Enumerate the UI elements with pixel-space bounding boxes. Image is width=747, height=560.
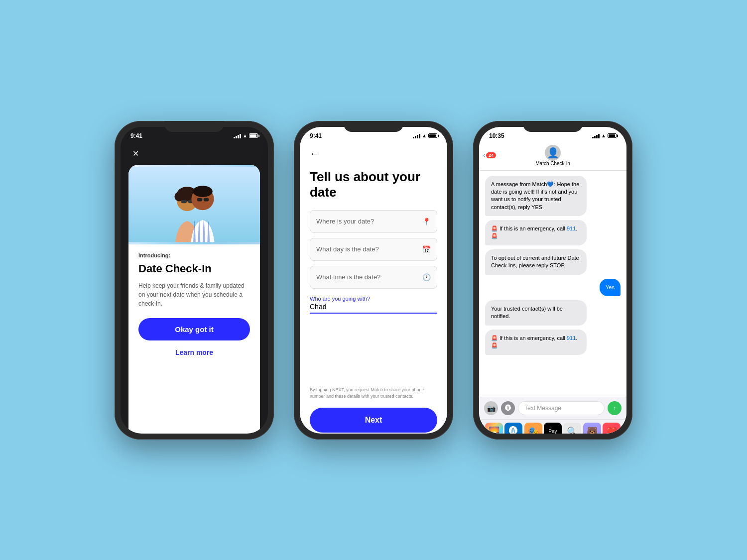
svg-point-10 <box>193 186 213 197</box>
text-message-input[interactable]: Text Message <box>518 401 605 415</box>
memoji-drawer-icon[interactable]: 🎭 <box>524 423 542 434</box>
contact-name: Match Check-in <box>535 161 570 166</box>
svg-rect-6 <box>181 200 187 203</box>
app-drawer: 🌄 🅐 🎭 Pay 🔍 🐻 ❤️ <box>479 419 626 434</box>
app-button[interactable]: 🅐 <box>501 401 515 415</box>
message-4: Yes <box>600 279 621 296</box>
bear-drawer-icon[interactable]: 🐻 <box>583 423 601 434</box>
message-1-text: A message from Match💙: Hope the date is … <box>491 181 579 210</box>
svg-point-3 <box>174 192 184 201</box>
contact-info[interactable]: 👤 Match Check-in <box>535 145 570 166</box>
camera-button[interactable]: 📷 <box>484 401 498 415</box>
card-description: Help keep your friends & family updated … <box>138 281 250 308</box>
search-drawer-icon[interactable]: 🔍 <box>563 423 581 434</box>
calendar-icon: 📅 <box>422 245 431 253</box>
time-field[interactable]: What time is the date? 🕐 <box>310 266 437 289</box>
unread-badge: 24 <box>486 152 496 158</box>
svg-rect-12 <box>204 198 209 201</box>
with-field-label: Who are you going with? <box>310 296 370 302</box>
location-placeholder: Where is your date? <box>316 218 374 225</box>
send-button[interactable]: ↑ <box>608 401 622 415</box>
time-1: 9:41 <box>130 132 142 139</box>
svg-point-5 <box>183 188 191 195</box>
signal-icon-2 <box>413 133 420 138</box>
clock-icon: 🕐 <box>422 273 431 281</box>
okay-got-it-button[interactable]: Okay got it <box>138 318 250 340</box>
phone3-content: ‹ 24 👤 Match Check-in A message from Mat… <box>479 142 626 434</box>
battery-icon-2 <box>428 133 437 138</box>
card-body: Introducing: Date Check-In Help keep you… <box>128 244 260 368</box>
time-placeholder: What time is the date? <box>316 273 380 281</box>
time-2: 9:41 <box>310 132 322 139</box>
with-field-value: Chad <box>310 303 326 311</box>
form-title: Tell us about your date <box>310 169 437 200</box>
message-3: To opt out of current and future Date Ch… <box>485 249 587 275</box>
message-5: Your trusted contact(s) will be notified… <box>485 300 587 326</box>
svg-rect-11 <box>197 198 202 201</box>
text-message-placeholder: Text Message <box>524 405 561 412</box>
wifi-icon-2: ▲ <box>422 133 427 138</box>
status-icons-2: ▲ <box>413 133 437 138</box>
back-button[interactable]: ← <box>310 147 325 161</box>
wifi-icon-3: ▲ <box>601 133 606 138</box>
phone-1: 9:41 ▲ ✕ <box>115 121 274 440</box>
with-field[interactable]: Who are you going with? Chad <box>310 294 437 314</box>
message-5-text: Your trusted contact(s) will be notified… <box>491 306 563 319</box>
status-icons-1: ▲ <box>234 133 258 138</box>
signal-icon-1 <box>234 133 241 138</box>
heart-drawer-icon[interactable]: ❤️ <box>603 423 621 434</box>
battery-icon-1 <box>249 133 258 138</box>
day-field[interactable]: What day is the date? 📅 <box>310 238 437 261</box>
messages-area: A message from Match💙: Hope the date is … <box>479 171 626 397</box>
notch-2 <box>344 121 403 132</box>
learn-more-link[interactable]: Learn more <box>138 344 250 360</box>
card-title: Date Check-In <box>138 262 250 275</box>
applepay-drawer-icon[interactable]: Pay <box>544 423 562 434</box>
chevron-left-icon: ‹ <box>483 152 485 159</box>
signal-icon-3 <box>592 133 600 138</box>
imessage-back-button[interactable]: ‹ 24 <box>483 152 496 159</box>
message-4-text: Yes <box>606 284 615 290</box>
next-button[interactable]: Next <box>310 408 437 433</box>
phone2-content: ← Tell us about your date Where is your … <box>300 142 447 434</box>
location-icon: 📍 <box>422 218 431 225</box>
imessage-header: ‹ 24 👤 Match Check-in <box>479 142 626 171</box>
phone-2: 9:41 ▲ ← Tell us about your date Whe <box>294 121 453 440</box>
message-2: 🚨 If this is an emergency, call 911. 🚨 <box>485 220 587 245</box>
battery-icon-3 <box>608 133 617 138</box>
phone-3: 10:35 ▲ ‹ 24 <box>473 121 632 440</box>
card-image <box>128 165 260 244</box>
close-button[interactable]: ✕ <box>128 147 142 161</box>
status-icons-3: ▲ <box>592 133 617 138</box>
imessage-input-bar: 📷 🅐 Text Message ↑ <box>479 397 626 419</box>
photos-drawer-icon[interactable]: 🌄 <box>485 423 503 434</box>
phone1-content: ✕ <box>121 142 268 434</box>
intro-label: Introducing: <box>138 252 250 258</box>
day-placeholder: What day is the date? <box>316 245 379 253</box>
time-3: 10:35 <box>489 132 504 139</box>
intro-card: Introducing: Date Check-In Help keep you… <box>128 165 260 434</box>
appstore-drawer-icon[interactable]: 🅐 <box>504 423 522 434</box>
message-1: A message from Match💙: Hope the date is … <box>485 176 587 217</box>
wifi-icon-1: ▲ <box>243 133 248 138</box>
notch-1 <box>164 121 224 132</box>
avatar-icon: 👤 <box>547 147 559 159</box>
location-field[interactable]: Where is your date? 📍 <box>310 210 437 233</box>
form-disclaimer: By tapping NEXT, you request Match to sh… <box>310 387 437 403</box>
message-3-text: To opt out of current and future Date Ch… <box>491 255 579 268</box>
notch-3 <box>523 121 583 132</box>
message-6: 🚨 If this is an emergency, call 911. 🚨 <box>485 330 587 355</box>
emergency-link-1[interactable]: 911 <box>567 225 576 231</box>
contact-avatar: 👤 <box>545 145 561 161</box>
emergency-link-2[interactable]: 911 <box>567 335 576 341</box>
